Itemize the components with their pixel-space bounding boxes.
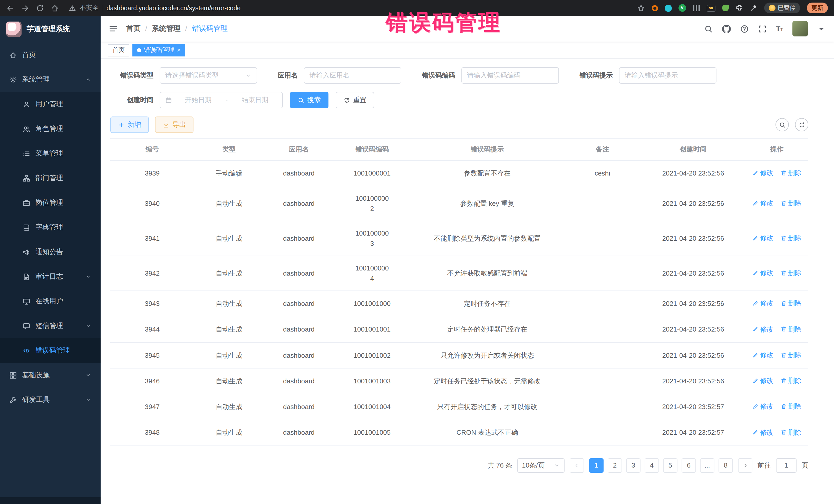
- sidebar-item-8[interactable]: 通知公告: [0, 240, 101, 264]
- delete-link[interactable]: 删除: [781, 198, 802, 208]
- date-range-input[interactable]: 开始日期 - 结束日期: [160, 92, 283, 108]
- active-tag-dot: [137, 48, 141, 52]
- extension-icon-1[interactable]: [652, 5, 658, 11]
- reset-button[interactable]: 重置: [336, 92, 374, 108]
- extension-icon-2[interactable]: [664, 4, 672, 12]
- page-button-6[interactable]: 6: [682, 458, 696, 473]
- error-code-input[interactable]: 请输入错误码编码: [461, 67, 559, 84]
- sidebar-collapse-bar[interactable]: [0, 497, 101, 504]
- search-button[interactable]: 搜索: [290, 92, 328, 108]
- edit-link[interactable]: 修改: [752, 168, 773, 178]
- browser-update-button[interactable]: 更新: [807, 3, 828, 13]
- edit-link[interactable]: 修改: [752, 268, 773, 278]
- breadcrumb-system[interactable]: 系统管理: [152, 24, 192, 34]
- page-more-button[interactable]: ...: [700, 458, 715, 473]
- edit-link[interactable]: 修改: [752, 427, 773, 437]
- browser-forward-icon[interactable]: [21, 4, 29, 12]
- delete-link[interactable]: 删除: [781, 168, 802, 178]
- cell-message: 定时任务的处理器已经存在: [411, 317, 564, 343]
- edit-link[interactable]: 修改: [752, 233, 773, 243]
- delete-link[interactable]: 删除: [781, 268, 802, 278]
- github-icon[interactable]: [722, 24, 731, 33]
- app-name-input[interactable]: 请输入应用名: [304, 67, 401, 84]
- address-bar[interactable]: 不安全 dashboard.yudao.iocoder.cn/system/er…: [69, 4, 630, 12]
- extensions-puzzle-icon[interactable]: [735, 4, 743, 12]
- page-button-5[interactable]: 5: [663, 458, 678, 473]
- extension-icon-5[interactable]: [706, 4, 715, 12]
- next-page-button[interactable]: [738, 458, 752, 473]
- cell-type: 自动生成: [194, 317, 264, 343]
- cell-created: 2021-04-20 23:52:56: [641, 221, 745, 256]
- tag-error-code[interactable]: 错误码管理 ×: [132, 44, 185, 56]
- delete-link[interactable]: 删除: [781, 299, 802, 308]
- error-type-select[interactable]: 请选择错误码类型: [160, 67, 257, 84]
- delete-link[interactable]: 删除: [781, 233, 802, 243]
- edit-link[interactable]: 修改: [752, 350, 773, 360]
- edit-link[interactable]: 修改: [752, 324, 773, 334]
- extension-icon-3[interactable]: [678, 4, 686, 12]
- edit-link[interactable]: 修改: [752, 376, 773, 386]
- avatar-caret-down-icon[interactable]: [817, 24, 826, 33]
- cell-app: dashboard: [264, 160, 334, 186]
- sidebar-item-2[interactable]: 用户管理: [0, 92, 101, 116]
- edit-link[interactable]: 修改: [752, 401, 773, 412]
- refresh-table-button[interactable]: [795, 118, 808, 131]
- logo[interactable]: 芋道管理系统: [0, 16, 101, 43]
- sidebar-item-5[interactable]: 部门管理: [0, 166, 101, 191]
- main: 首页 系统管理 错误码管理 TT 首页: [101, 16, 834, 504]
- browser-reload-icon[interactable]: [36, 4, 44, 12]
- extension-icon-4[interactable]: [693, 5, 700, 11]
- page-button-3[interactable]: 3: [626, 458, 640, 473]
- delete-link[interactable]: 删除: [781, 350, 802, 360]
- edit-doc-icon: [23, 273, 30, 281]
- sidebar-item-11[interactable]: 短信管理: [0, 313, 101, 338]
- delete-link[interactable]: 删除: [781, 427, 802, 437]
- breadcrumb-home[interactable]: 首页: [126, 24, 152, 34]
- profile-paused-chip[interactable]: 已暂停: [764, 3, 800, 13]
- page-button-1[interactable]: 1: [589, 458, 603, 473]
- edit-link[interactable]: 修改: [752, 299, 773, 308]
- delete-link[interactable]: 删除: [781, 376, 802, 386]
- sidebar-item-0[interactable]: 首页: [0, 43, 101, 67]
- prev-page-button[interactable]: [570, 458, 584, 473]
- help-icon[interactable]: [740, 24, 749, 33]
- header-search-icon[interactable]: [704, 24, 713, 33]
- font-size-icon[interactable]: TT: [776, 25, 783, 32]
- page-button-4[interactable]: 4: [644, 458, 659, 473]
- sidebar-item-6[interactable]: 岗位管理: [0, 191, 101, 215]
- goto-page-input[interactable]: 1: [776, 458, 796, 473]
- user-avatar[interactable]: [792, 21, 808, 37]
- cell-code: 1001000002: [334, 186, 410, 221]
- sidebar-item-9[interactable]: 审计日志: [0, 264, 101, 289]
- fullscreen-icon[interactable]: [758, 24, 767, 33]
- browser-back-icon[interactable]: [6, 4, 14, 12]
- extension-icon-6[interactable]: [722, 5, 728, 11]
- export-button[interactable]: 导出: [155, 116, 194, 133]
- page-button-2[interactable]: 2: [608, 458, 622, 473]
- sidebar-item-14[interactable]: 研发工具: [0, 388, 101, 412]
- browser-home-icon[interactable]: [51, 4, 59, 12]
- page-size-select[interactable]: 10条/页: [517, 458, 565, 473]
- cell-actions: 修改 删除: [745, 291, 808, 317]
- edit-link[interactable]: 修改: [752, 198, 773, 208]
- bookmark-star-icon[interactable]: [637, 4, 645, 12]
- goto-suffix: 页: [802, 461, 808, 470]
- column-header: 操作: [745, 138, 808, 160]
- sidebar-item-7[interactable]: 字典管理: [0, 215, 101, 240]
- tag-close-icon[interactable]: ×: [177, 47, 181, 53]
- sidebar-item-3[interactable]: 角色管理: [0, 116, 101, 141]
- toggle-search-button[interactable]: [775, 118, 789, 131]
- sidebar-item-10[interactable]: 在线用户: [0, 289, 101, 313]
- pin-icon[interactable]: [750, 4, 757, 12]
- sidebar-item-1[interactable]: 系统管理: [0, 67, 101, 92]
- sidebar-item-4[interactable]: 菜单管理: [0, 141, 101, 166]
- sidebar-item-12[interactable]: 错误码管理: [0, 338, 101, 363]
- page-button-8[interactable]: 8: [719, 458, 733, 473]
- delete-link[interactable]: 删除: [781, 401, 802, 412]
- delete-link[interactable]: 删除: [781, 324, 802, 334]
- tag-home[interactable]: 首页: [108, 44, 129, 56]
- add-button[interactable]: 新增: [110, 116, 149, 133]
- sidebar-item-13[interactable]: 基础设施: [0, 363, 101, 388]
- error-msg-input[interactable]: 请输入错误码提示: [619, 67, 717, 84]
- hamburger-icon[interactable]: [109, 24, 118, 34]
